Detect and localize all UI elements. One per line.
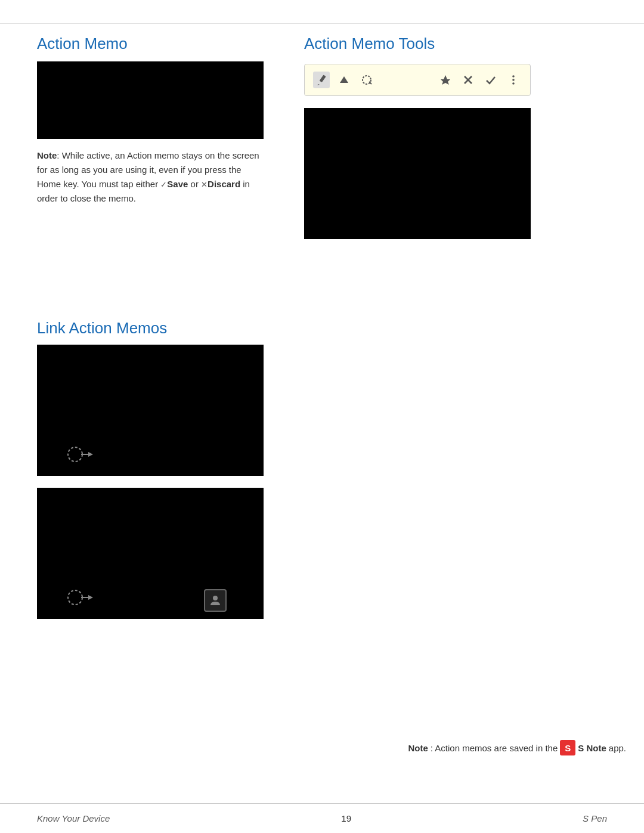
dashed-arrow-icon-bottom [67,589,93,612]
dashed-arrow-icon-top [67,446,93,469]
main-content: Action Memo Note: While active, an Actio… [0,24,644,803]
svg-point-16 [512,82,515,85]
link-action-memo-image-top [37,345,264,476]
person-circle [204,589,227,612]
footer-left-text: Know Your Device [37,813,110,823]
snote-note: Note : Action memos are saved in the S S… [408,740,626,755]
action-memo-toolbar [304,64,531,96]
svg-marker-9 [340,76,348,83]
snote-note-text3: app. [609,743,626,753]
snote-app-icon: S [560,740,575,755]
svg-marker-2 [88,452,93,457]
discard-label: Discard [208,179,240,189]
svg-point-0 [68,447,82,462]
link-action-memos-title: Link Action Memos [37,319,268,337]
footer: Know Your Device 19 S Pen [0,803,644,833]
spacer-left [37,212,268,319]
snote-icon-letter: S [565,743,571,753]
save-checkmark-icon: ✓ [160,179,167,191]
snote-app-name: S Note [578,743,606,753]
footer-page-number: 19 [341,813,351,823]
action-memo-tools-image [304,108,531,239]
discard-x-icon: ✕ [201,179,208,191]
note-bold-label: Note [37,150,57,160]
pin-tool-icon[interactable] [437,72,454,88]
link-action-memo-image-bottom [37,488,264,619]
svg-marker-5 [88,595,93,600]
save-label: Save [167,179,188,189]
lasso-tool-icon[interactable] [358,72,375,88]
svg-point-15 [512,79,515,81]
person-icon [204,589,227,612]
svg-marker-8 [317,84,320,85]
action-memo-note: Note: While active, an Action memo stays… [37,148,264,206]
svg-point-14 [512,75,515,78]
more-tool-icon[interactable] [505,72,522,88]
footer-right-text: S Pen [583,813,607,823]
action-memo-title: Action Memo [37,35,268,53]
note-or-text: or [188,179,201,189]
action-memo-image [37,61,264,139]
right-column: Action Memo Tools [286,24,644,803]
svg-rect-7 [320,75,326,82]
snote-note-text2: : Action memos are saved in the [431,743,558,753]
svg-point-6 [213,596,218,600]
pen-tool-icon[interactable] [313,72,330,88]
left-column: Action Memo Note: While active, an Actio… [0,24,286,803]
action-memo-tools-title: Action Memo Tools [304,35,626,53]
save-tool-icon[interactable] [482,72,499,88]
svg-point-3 [68,590,82,605]
eraser-tool-icon[interactable] [336,72,352,88]
top-bar [0,0,644,24]
close-tool-icon[interactable] [460,72,476,88]
snote-note-bold: Note [408,743,428,753]
